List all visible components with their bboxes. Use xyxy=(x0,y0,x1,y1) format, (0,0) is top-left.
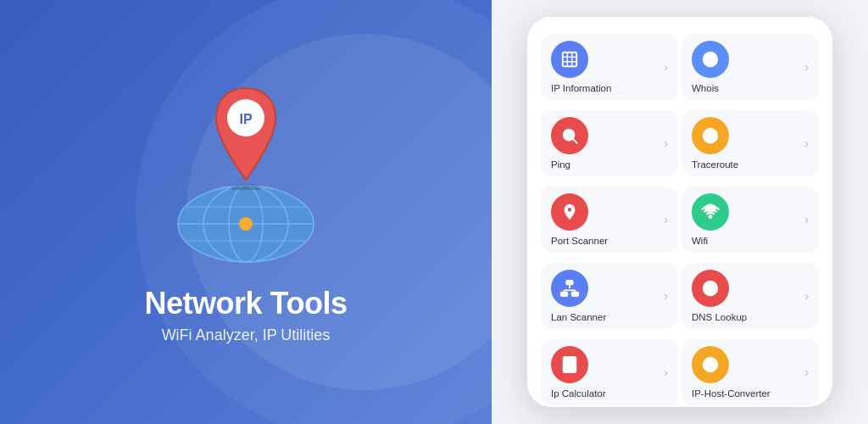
ping-chevron: › xyxy=(664,137,668,150)
svg-point-0 xyxy=(178,186,314,262)
svg-point-8 xyxy=(231,184,261,190)
traceroute-icon xyxy=(692,117,729,154)
ip-information-chevron: › xyxy=(664,60,668,74)
tool-item-ip-calculator[interactable]: Ip Calculator› xyxy=(541,339,678,405)
svg-point-1 xyxy=(178,186,314,262)
svg-rect-28 xyxy=(572,293,578,297)
globe-icon xyxy=(161,114,331,266)
dns-lookup-chevron: › xyxy=(804,289,809,303)
lan-scanner-label: Lan Scanner xyxy=(551,312,606,322)
port-scanner-chevron: › xyxy=(664,213,668,226)
svg-point-36 xyxy=(565,365,567,367)
lan-scanner-icon xyxy=(551,270,588,307)
ip-information-label: IP Information xyxy=(551,83,611,93)
whois-label: Whois xyxy=(692,83,719,93)
svg-point-40 xyxy=(569,369,570,371)
tool-item-ping[interactable]: Ping› xyxy=(541,110,678,176)
svg-point-25 xyxy=(709,215,712,218)
tool-row-4: Ip Calculator›IP-Host-Converter› xyxy=(541,339,819,405)
hero-illustration: IP xyxy=(144,80,348,266)
tool-item-ip-host-converter[interactable]: IP-Host-Converter› xyxy=(682,339,819,405)
wifi-label: Wifi xyxy=(692,236,708,246)
svg-point-7 xyxy=(239,217,253,231)
app-subtitle: WiFi Analyzer, IP Utilities xyxy=(162,326,331,344)
whois-icon xyxy=(692,41,729,78)
svg-point-39 xyxy=(565,369,567,371)
svg-point-24 xyxy=(709,135,711,137)
ip-calculator-icon xyxy=(551,346,588,383)
svg-rect-26 xyxy=(566,281,572,285)
svg-rect-27 xyxy=(561,293,567,297)
tool-row-2: Port Scanner›Wifi› xyxy=(541,187,819,253)
lan-scanner-chevron: › xyxy=(664,289,668,303)
dns-lookup-icon xyxy=(692,270,729,307)
svg-text:IP: IP xyxy=(239,112,252,126)
tool-row-0: IP Information›Whois› xyxy=(541,34,819,100)
wifi-icon xyxy=(692,193,729,231)
right-panel: IP Information›Whois›Ping›Traceroute›Por… xyxy=(492,0,868,424)
wifi-chevron: › xyxy=(804,213,809,226)
svg-point-38 xyxy=(572,365,574,367)
svg-point-3 xyxy=(229,186,263,262)
whois-chevron: › xyxy=(804,60,809,74)
ip-host-converter-icon xyxy=(692,346,729,383)
tool-item-lan-scanner[interactable]: Lan Scanner› xyxy=(541,263,678,329)
dns-lookup-label: DNS Lookup xyxy=(692,312,747,322)
port-scanner-icon xyxy=(551,193,588,231)
tool-item-port-scanner[interactable]: Port Scanner› xyxy=(541,187,678,253)
left-panel: IP Network Tools WiFi Analyzer, IP Utili… xyxy=(0,0,492,424)
svg-rect-35 xyxy=(565,360,573,363)
svg-point-41 xyxy=(572,369,574,371)
port-scanner-label: Port Scanner xyxy=(551,236,608,246)
svg-line-20 xyxy=(573,139,578,144)
svg-point-2 xyxy=(203,186,288,262)
ip-calculator-chevron: › xyxy=(664,365,668,379)
tool-item-whois[interactable]: Whois› xyxy=(682,34,819,100)
app-title: Network Tools xyxy=(145,287,348,321)
tool-item-traceroute[interactable]: Traceroute› xyxy=(682,110,819,176)
svg-point-21 xyxy=(566,132,571,137)
map-pin-icon: IP xyxy=(203,80,288,190)
tool-item-wifi[interactable]: Wifi› xyxy=(682,187,819,253)
tool-item-ip-information[interactable]: IP Information› xyxy=(541,34,678,100)
ip-host-converter-chevron: › xyxy=(804,365,809,379)
ping-label: Ping xyxy=(551,159,570,170)
traceroute-label: Traceroute xyxy=(692,159,738,170)
svg-point-37 xyxy=(569,365,570,367)
traceroute-chevron: › xyxy=(804,137,809,150)
tool-row-3: Lan Scanner›DNS Lookup› xyxy=(541,263,819,329)
tool-item-dns-lookup[interactable]: DNS Lookup› xyxy=(682,263,819,329)
tool-row-1: Ping›Traceroute› xyxy=(541,110,819,176)
ip-calculator-label: Ip Calculator xyxy=(551,388,606,399)
ip-information-icon xyxy=(551,41,588,78)
svg-rect-11 xyxy=(563,53,577,67)
phone-mockup: IP Information›Whois›Ping›Traceroute›Por… xyxy=(527,17,832,407)
ping-icon xyxy=(551,117,588,154)
svg-point-9 xyxy=(227,99,264,137)
ip-host-converter-label: IP-Host-Converter xyxy=(692,388,771,399)
